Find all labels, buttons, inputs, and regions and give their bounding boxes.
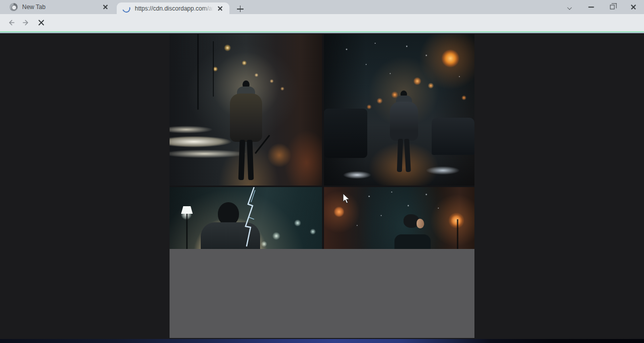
back-button[interactable] — [4, 16, 18, 30]
loading-spinner-icon — [121, 3, 131, 14]
figure-face — [417, 219, 424, 228]
restore-icon — [610, 5, 615, 10]
lamp-pole — [457, 219, 458, 249]
minimize-button[interactable] — [581, 0, 602, 14]
minimize-icon — [589, 7, 594, 8]
bottom-blue-strip — [0, 339, 644, 343]
figure-silhouette — [230, 94, 262, 142]
image-loading-placeholder — [170, 249, 474, 338]
close-window-button[interactable] — [623, 0, 644, 14]
tab-close-icon[interactable] — [102, 3, 110, 11]
street-pole — [213, 41, 214, 97]
forward-arrow-icon — [23, 19, 30, 27]
stop-x-icon — [38, 19, 45, 27]
chevron-down-icon — [568, 6, 573, 9]
window-controls — [559, 0, 644, 14]
figure-silhouette — [247, 140, 254, 180]
mouse-cursor — [343, 193, 350, 204]
chrome-logo-icon — [10, 3, 18, 11]
tab-strip: New Tab https://cdn.discordapp.com/atta — [0, 0, 644, 14]
image-panel-2 — [324, 34, 474, 186]
figure-silhouette — [390, 102, 418, 141]
tab-title: New Tab — [22, 4, 99, 11]
tab-new-tab[interactable]: New Tab — [4, 0, 115, 14]
figure-silhouette — [404, 139, 411, 172]
tab-search-button[interactable] — [559, 0, 581, 14]
forward-button[interactable] — [19, 16, 33, 30]
restore-button[interactable] — [602, 0, 623, 14]
car-silhouette — [432, 118, 474, 155]
tab-discord-cdn[interactable]: https://cdn.discordapp.com/atta — [117, 3, 229, 14]
lamp-pole — [186, 213, 188, 249]
browser-toolbar: cdn.discordapp.com/attachments/966491171… — [0, 14, 644, 31]
figure-silhouette — [397, 139, 403, 172]
street-pole — [197, 34, 199, 110]
lamp-head — [181, 206, 193, 214]
tab-title: https://cdn.discordapp.com/atta — [135, 5, 213, 12]
image-panel-1 — [170, 34, 322, 186]
new-tab-button[interactable] — [234, 3, 247, 15]
car-silhouette — [324, 109, 367, 158]
page-content — [0, 33, 644, 343]
close-icon — [630, 4, 636, 10]
image-panel-3 — [170, 187, 322, 249]
tab-close-icon[interactable] — [216, 5, 224, 13]
figure-body — [394, 234, 431, 249]
stop-loading-button[interactable] — [34, 16, 48, 30]
attachment-image[interactable] — [170, 34, 474, 338]
back-arrow-icon — [8, 19, 15, 27]
lightning-bolt — [243, 187, 258, 249]
figure-silhouette — [238, 140, 246, 180]
